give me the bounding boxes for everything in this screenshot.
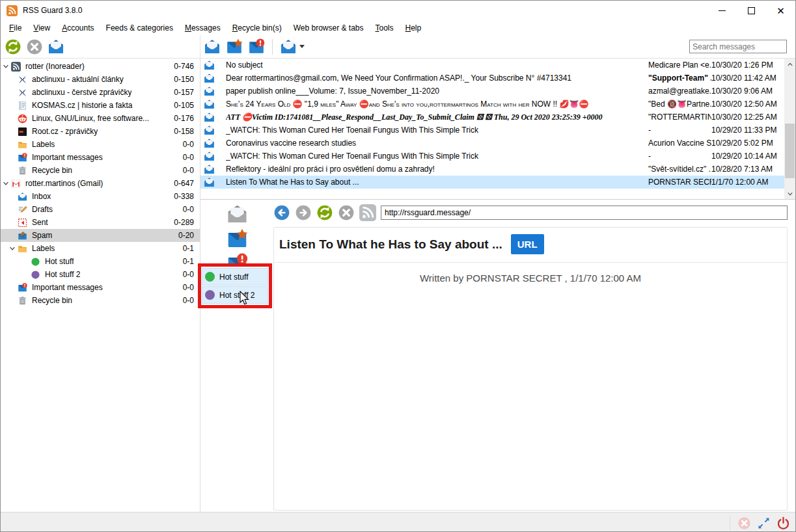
envelope-star-icon <box>226 228 248 250</box>
menu-messages[interactable]: Messages <box>179 21 226 34</box>
label-name: Hot stuff <box>219 273 248 282</box>
maximize-button[interactable] <box>737 1 766 20</box>
mark-message-read-button[interactable] <box>204 38 221 55</box>
message-subject: paper publish online___Volume: 7, Issue_… <box>226 86 648 96</box>
expander-chevron-down-icon[interactable] <box>1 62 11 70</box>
message-row[interactable]: Coronavirus vaccine research studiesAcur… <box>200 137 784 150</box>
feed-row-spam[interactable]: Spam0-20 <box>1 229 200 242</box>
feed-label: rotter.martinos (Gmail) <box>25 179 103 188</box>
feed-row-hot-stuff-2[interactable]: Hot stuff 20-0 <box>1 268 200 281</box>
article-byline: Written by PORNSTAR SECRET , 1/1/70 12:0… <box>274 273 787 284</box>
mark-unread-button[interactable] <box>248 38 265 55</box>
close-pink-icon <box>737 516 751 530</box>
menu-file[interactable]: File <box>3 21 27 34</box>
message-row[interactable]: She's 24 Years Old ⛔ "1,9 miles" Away ⛔a… <box>200 98 784 111</box>
forward-button[interactable] <box>295 204 312 221</box>
menu-feeds-categories[interactable]: Feeds & categories <box>100 21 179 34</box>
message-row[interactable]: Dear rottermartinos@gmail.com, We Need Y… <box>200 72 784 85</box>
label-item-hot-stuff-2[interactable]: Hot stuff 2 <box>202 286 268 304</box>
menu-accounts[interactable]: Accounts <box>56 21 100 34</box>
feed-row-kosmas-cz-historie-a-fakta[interactable]: KOSMAS.cz | historie a fakta0-105 <box>1 99 200 112</box>
message-actions-dropdown[interactable] <box>280 38 305 55</box>
quit-button[interactable] <box>776 516 790 530</box>
menu-view[interactable]: View <box>27 21 56 34</box>
feed-row-abclinuxu-erstv-zpr-vi-ky[interactable]: abclinuxu - čerstvé zprávičky0-157 <box>1 86 200 99</box>
feed-row-linux-gnu-linux-free-software[interactable]: Linux, GNU/Linux, free software...0-176 <box>1 112 200 125</box>
message-subject: No subject <box>226 60 648 70</box>
reddit-icon <box>18 114 27 124</box>
feed-row-rotter-martinos-gmail[interactable]: rotter.martinos (Gmail)0-647 <box>1 177 200 190</box>
feed-row-recycle-bin[interactable]: Recycle bin0-0 <box>1 164 200 177</box>
message-row[interactable]: ATT ⛔Victim ID:1741081__Please_Respond__… <box>200 111 784 124</box>
minimize-button[interactable] <box>707 1 737 20</box>
message-row[interactable]: _WATCH: This Woman Cured Her Toenail Fun… <box>200 124 784 137</box>
statusbar-buttons <box>737 516 790 530</box>
feed-row-labels[interactable]: Labels0-0 <box>1 138 200 151</box>
xlogo-icon <box>18 75 27 85</box>
message-list-scrollbar[interactable] <box>784 59 795 199</box>
feed-count: 0-20 <box>178 231 200 240</box>
toolbar-row <box>1 35 795 59</box>
message-date: 10/30/20 1:26 PM <box>711 60 784 70</box>
label-item-hot-stuff[interactable]: Hot stuff <box>202 268 268 286</box>
labels-popup-annotation: Hot stuffHot stuff 2 <box>198 263 272 308</box>
feed-row-important-messages[interactable]: Important messages0-0 <box>1 151 200 164</box>
message-row[interactable]: Reflektory - ideální pro práci i pro osv… <box>200 163 784 176</box>
expander-chevron-down-icon[interactable] <box>1 180 11 187</box>
feed-label: abclinuxu - čerstvé zprávičky <box>32 88 131 97</box>
scroll-down-icon[interactable] <box>784 188 795 199</box>
feed-source-button[interactable] <box>359 204 376 221</box>
menu-tools[interactable]: Tools <box>370 21 400 34</box>
stop-loading-button[interactable] <box>338 204 355 221</box>
message-date: 10/30/20 9:06 AM <box>711 86 784 96</box>
power-icon <box>776 516 790 530</box>
feed-row-labels[interactable]: Labels0-1 <box>1 242 200 255</box>
important-icon <box>18 283 27 293</box>
rail-mark-important-button[interactable] <box>226 228 248 250</box>
feed-label: Hot stuff <box>45 257 74 266</box>
menu-web-browser-tabs[interactable]: Web browser & tabs <box>288 21 370 34</box>
trash-icon <box>18 166 27 176</box>
scrollbar-thumb[interactable] <box>785 124 795 178</box>
expander-chevron-down-icon[interactable] <box>7 245 18 252</box>
rail-mark-read-button <box>226 204 248 225</box>
feed-row-inbox[interactable]: Inbox0-338 <box>1 190 200 203</box>
fullscreen-button[interactable] <box>757 516 771 530</box>
message-row[interactable]: paper publish online___Volume: 7, Issue_… <box>200 85 784 98</box>
stop-update-button[interactable] <box>26 38 43 55</box>
feed-label: Recycle bin <box>32 166 72 175</box>
feed-count: 0-647 <box>174 179 200 188</box>
feed-row-sent[interactable]: Sent0-289 <box>1 216 200 229</box>
feed-row-root-cz-zpr-vi-ky[interactable]: Root.cz - zprávičky0-158 <box>1 125 200 138</box>
message-author: - <box>648 126 711 135</box>
message-author: "ROTTERMARTIN... <box>648 113 711 122</box>
feed-row-abclinuxu-aktu-ln-l-nky[interactable]: abclinuxu - aktuální články0-150 <box>1 73 200 86</box>
message-row[interactable]: Listen To What he Has to Say about ...PO… <box>200 176 784 189</box>
search-input[interactable] <box>689 40 787 53</box>
feed-row-hot-stuff[interactable]: Hot stuff0-1 <box>1 255 200 268</box>
scroll-up-icon[interactable] <box>784 59 795 70</box>
mark-feed-read-button[interactable] <box>48 38 64 55</box>
message-date: 10/30/20 12:50 AM <box>711 100 784 109</box>
message-author: Acurion Vaccine S... <box>648 139 711 148</box>
mark-important-button[interactable] <box>226 38 243 55</box>
feed-count: 0-176 <box>174 114 200 123</box>
feed-label: rotter (Inoreader) <box>25 62 85 71</box>
feed-label: KOSMAS.cz | historie a fakta <box>32 101 133 110</box>
update-feeds-button[interactable] <box>5 38 21 55</box>
reload-button[interactable] <box>316 204 333 221</box>
close-button[interactable]: ✕ <box>766 1 795 20</box>
feed-row-rotter-inoreader[interactable]: rotter (Inoreader)0-746 <box>1 60 200 73</box>
feed-row-recycle-bin[interactable]: Recycle bin0-0 <box>1 294 200 307</box>
message-row[interactable]: No subjectMedicare Plan <e...10/30/20 1:… <box>200 59 784 72</box>
menu-recycle-bin-s[interactable]: Recycle bin(s) <box>226 21 288 34</box>
message-row[interactable]: _WATCH: This Woman Cured Her Toenail Fun… <box>200 150 784 163</box>
url-input[interactable] <box>381 206 788 220</box>
article-url-button[interactable]: URL <box>511 234 544 254</box>
envelope-open-blue-icon <box>204 86 215 97</box>
title-bar: RSS Guard 3.8.0 ✕ <box>1 1 795 20</box>
feed-row-important-messages[interactable]: Important messages0-0 <box>1 281 200 294</box>
menu-help[interactable]: Help <box>400 21 428 34</box>
back-button[interactable] <box>273 204 290 221</box>
feed-row-drafts[interactable]: Drafts0-0 <box>1 203 200 216</box>
